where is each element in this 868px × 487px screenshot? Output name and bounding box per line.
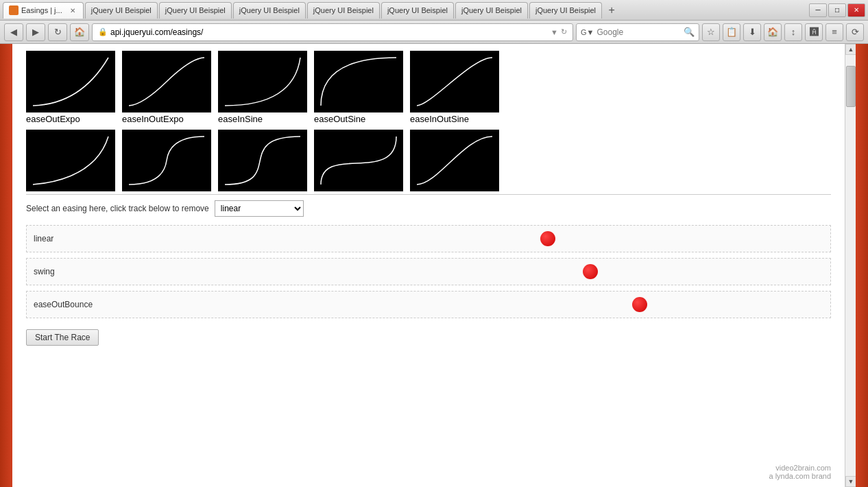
easing-grid-top: easeOutExpo easeInOutExpo easeInSine eas… (26, 51, 831, 191)
ease-label-inoutsine-text: easeInOutSine (410, 114, 469, 124)
track-row-easeoutbounce[interactable]: easeOutBounce (26, 291, 831, 318)
easing-labels-row1: easeOutExpo easeInOutExpo easeInSine eas… (26, 114, 831, 124)
side-border-left (0, 44, 12, 487)
ease-label-insine-text: easeInSine (218, 114, 263, 124)
easing-item-6 (26, 130, 115, 191)
ease-label-inoutsine: easeInOutSine (410, 114, 499, 124)
easing-selector-row: Select an easing here, click track below… (26, 200, 831, 217)
url-dropdown-icon[interactable]: ▼ (551, 28, 558, 36)
track-area-easeoutbounce (123, 292, 830, 318)
tab-favicon-icon (9, 5, 19, 15)
tab-label-6: jQuery UI Beispiel (461, 6, 522, 14)
sync-button[interactable]: ↕ (784, 23, 802, 41)
tab-6[interactable]: jQuery UI Beispiel (455, 2, 528, 19)
easing-item-3 (218, 51, 307, 112)
ease-label-outsine-text: easeOutSine (314, 114, 365, 124)
scrollbar-right[interactable]: ▲ ▼ (845, 44, 856, 487)
main-content: easeOutExpo easeInOutExpo easeInSine eas… (12, 44, 845, 421)
easing-canvas-1 (26, 51, 115, 112)
track-label-easeoutbounce: easeOutBounce (27, 300, 123, 309)
watermark: video2brain.com a lynda.com brand (769, 464, 832, 480)
tab-close-active[interactable]: ✕ (68, 5, 77, 15)
bookmarks-list-button[interactable]: 📋 (723, 23, 740, 41)
tab-label-1: jQuery UI Beispiel (91, 6, 152, 14)
tab-label-2: jQuery UI Beispiel (165, 6, 226, 14)
easing-item-1 (26, 51, 115, 112)
easing-item-8 (218, 130, 307, 191)
ease-label-outsine: easeOutSine (314, 114, 403, 124)
page-content: easeOutExpo easeInOutExpo easeInSine eas… (12, 44, 845, 487)
home-button[interactable]: 🏠 (70, 23, 89, 41)
track-ball-linear (540, 231, 555, 246)
window-controls: ─ □ ✕ (809, 3, 865, 17)
tab-3[interactable]: jQuery UI Beispiel (233, 2, 306, 19)
new-tab-button[interactable]: + (603, 2, 620, 19)
side-border-right (856, 44, 868, 487)
tab-label-5: jQuery UI Beispiel (387, 6, 448, 14)
title-bar: Easings | j... ✕ jQuery UI Beispiel jQue… (0, 0, 868, 21)
tab-label-4: jQuery UI Beispiel (313, 6, 374, 14)
developer-button[interactable]: ⟳ (846, 23, 864, 41)
firefox-home-button[interactable]: 🏠 (764, 23, 782, 41)
tab-label-active: Easings | j... (21, 6, 62, 14)
track-ball-easeoutbounce (632, 297, 647, 312)
download-button[interactable]: ⬇ (743, 23, 761, 41)
watermark-line1: video2brain.com (769, 464, 832, 472)
maximize-button[interactable]: □ (828, 3, 846, 17)
tab-1[interactable]: jQuery UI Beispiel (85, 2, 158, 19)
url-bar[interactable]: 🔒 ▼ ↻ (92, 23, 573, 41)
tab-label-7: jQuery UI Beispiel (535, 6, 596, 14)
forward-button[interactable]: ▶ (26, 23, 45, 41)
menu-button[interactable]: ≡ (825, 23, 843, 41)
url-input[interactable] (110, 27, 551, 37)
tracks-container: linear swing (26, 225, 831, 318)
reload-button[interactable]: ↻ (48, 23, 67, 41)
minimize-button[interactable]: ─ (809, 3, 827, 17)
search-icon[interactable]: 🔍 (684, 27, 695, 37)
track-ball-swing (583, 264, 598, 279)
easing-canvas-5 (410, 51, 499, 112)
ease-label-insine: easeInSine (218, 114, 307, 124)
easing-canvas-10 (410, 130, 499, 191)
scrollbar-thumb[interactable] (846, 66, 856, 107)
tab-4[interactable]: jQuery UI Beispiel (307, 2, 380, 19)
page-area: easeOutExpo easeInOutExpo easeInSine eas… (0, 44, 868, 487)
addon-button[interactable]: 🅰 (805, 23, 823, 41)
search-engine-label: G▼ (581, 28, 594, 36)
bookmark-star-button[interactable]: ☆ (702, 23, 720, 41)
track-row-linear[interactable]: linear (26, 225, 831, 252)
easing-item-7 (122, 130, 211, 191)
easing-canvas-2 (122, 51, 211, 112)
start-race-button[interactable]: Start The Race (26, 329, 99, 346)
back-button[interactable]: ◀ (4, 23, 23, 41)
tab-7[interactable]: jQuery UI Beispiel (529, 2, 602, 19)
tab-label-3: jQuery UI Beispiel (239, 6, 300, 14)
easing-thumbnails-row1 (26, 51, 831, 112)
ease-label-inoutexpo: easeInOutExpo (122, 114, 211, 124)
track-row-swing[interactable]: swing (26, 258, 831, 285)
easing-dropdown[interactable]: linear swing easeInQuad easeOutQuad ease… (215, 200, 304, 217)
tab-5[interactable]: jQuery UI Beispiel (381, 2, 454, 19)
divider (26, 194, 831, 195)
easing-item-10 (410, 130, 499, 191)
easing-item-2 (122, 51, 211, 112)
search-input[interactable] (596, 27, 681, 37)
easing-canvas-3 (218, 51, 307, 112)
easing-canvas-4 (314, 51, 403, 112)
scrollbar-up-arrow[interactable]: ▲ (845, 44, 856, 55)
search-bar[interactable]: G▼ 🔍 (576, 23, 699, 41)
track-area-swing (123, 259, 830, 285)
track-label-linear: linear (27, 234, 123, 244)
control-label-text: Select an easing here, click track below… (26, 204, 209, 213)
track-label-swing: swing (27, 267, 123, 276)
close-button[interactable]: ✕ (847, 3, 865, 17)
tab-active[interactable]: Easings | j... ✕ (3, 2, 84, 19)
control-panel: Select an easing here, click track below… (26, 200, 831, 346)
url-refresh-icon[interactable]: ↻ (561, 27, 567, 36)
tab-2[interactable]: jQuery UI Beispiel (159, 2, 232, 19)
easing-canvas-8 (218, 130, 307, 191)
ease-label-outexpo-text: easeOutExpo (26, 114, 80, 124)
scrollbar-down-arrow[interactable]: ▼ (845, 476, 856, 487)
easing-canvas-7 (122, 130, 211, 191)
bottom-spacer (26, 346, 831, 414)
